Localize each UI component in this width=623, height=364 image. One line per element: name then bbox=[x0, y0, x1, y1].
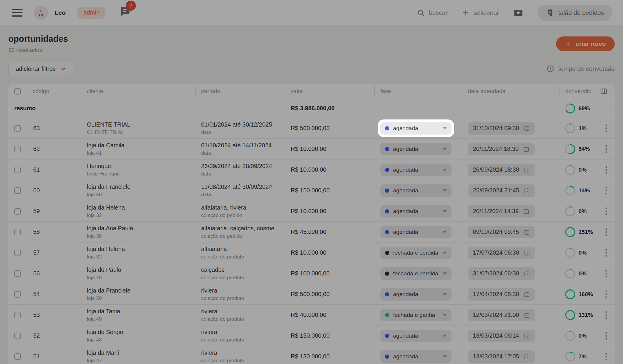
fase-dropdown[interactable]: fechada e perdida bbox=[380, 247, 452, 259]
chat-button[interactable]: 2 bbox=[119, 6, 130, 18]
row-menu-button[interactable] bbox=[604, 310, 608, 320]
conversion-value: 0% bbox=[578, 270, 587, 277]
caret-down-icon bbox=[443, 335, 447, 337]
column-valor[interactable]: valor bbox=[285, 84, 374, 99]
order-pad-button[interactable]: talão de pedidos bbox=[538, 5, 612, 21]
row-codigo: 57 bbox=[27, 249, 81, 256]
add-filters-button[interactable]: adicionar filtros bbox=[8, 62, 73, 76]
row-cliente: loja da Franciele loja 50 bbox=[81, 287, 195, 301]
conversion-ring bbox=[565, 103, 576, 114]
fase-dropdown[interactable]: agendada bbox=[380, 205, 452, 218]
column-fase[interactable]: fase bbox=[374, 84, 462, 99]
scheduled-date-field[interactable]: 20/11/2024 14:39 bbox=[468, 205, 535, 218]
row-menu-button[interactable] bbox=[604, 206, 608, 216]
fase-dropdown[interactable]: fechada e ganha bbox=[380, 309, 452, 321]
create-new-button[interactable]: criar novo bbox=[556, 36, 615, 51]
brand-avatar-top: t. bbox=[40, 9, 42, 13]
scheduled-date-field[interactable]: 26/09/2024 18:30 bbox=[468, 164, 535, 176]
cliente-name: loja do Sergio bbox=[87, 329, 195, 336]
fase-dropdown[interactable]: agendada bbox=[380, 350, 452, 363]
column-conversao[interactable]: conversão bbox=[560, 84, 598, 99]
row-menu-button[interactable] bbox=[604, 186, 608, 196]
conversion-ring bbox=[565, 227, 576, 237]
row-checkbox[interactable] bbox=[14, 353, 21, 360]
row-checkbox[interactable] bbox=[14, 187, 21, 194]
search-icon bbox=[417, 9, 425, 17]
fase-dropdown[interactable]: agendada bbox=[380, 143, 452, 155]
row-menu-button[interactable] bbox=[604, 289, 608, 299]
search-button[interactable]: buscar bbox=[417, 9, 448, 17]
conversion-time-info[interactable]: tempo de conversão bbox=[546, 65, 615, 73]
conversion-value: 54% bbox=[578, 146, 590, 152]
row-checkbox[interactable] bbox=[14, 270, 21, 277]
row-checkbox[interactable] bbox=[14, 146, 21, 152]
fase-dropdown[interactable]: fechada e perdida bbox=[380, 267, 452, 280]
row-cliente: Henrique teste Henrique bbox=[81, 163, 195, 177]
fase-dropdown[interactable]: agendada bbox=[380, 330, 452, 342]
fase-dropdown[interactable]: agendada bbox=[380, 226, 452, 238]
scheduled-date-text: 17/04/2024 06:30 bbox=[473, 291, 519, 298]
row-checkbox[interactable] bbox=[14, 250, 21, 256]
fase-dropdown[interactable]: agendada bbox=[380, 184, 452, 197]
fase-dropdown[interactable]: agendada bbox=[380, 164, 452, 176]
scheduled-date-field[interactable]: 25/09/2024 21:45 bbox=[468, 184, 535, 197]
row-checkbox[interactable] bbox=[14, 291, 21, 298]
scheduled-date-field[interactable]: 20/11/2024 18:30 bbox=[468, 143, 535, 155]
row-codigo: 62 bbox=[27, 146, 81, 152]
fase-dropdown[interactable]: agendada bbox=[380, 122, 452, 135]
row-menu-button[interactable] bbox=[604, 331, 608, 341]
row-menu-button[interactable] bbox=[604, 123, 608, 133]
row-cliente: loja do Paulo loja 18 bbox=[81, 266, 195, 281]
fase-dot bbox=[385, 272, 389, 276]
results-count: 62 resultados bbox=[8, 47, 68, 53]
fase-dropdown[interactable]: agendada bbox=[380, 288, 452, 301]
scheduled-date-field[interactable]: 12/03/2024 21:00 bbox=[468, 309, 535, 321]
row-conversao: 160% bbox=[560, 289, 598, 300]
row-checkbox[interactable] bbox=[14, 229, 21, 235]
scheduled-date-field[interactable]: 09/10/2024 09:45 bbox=[468, 226, 535, 238]
add-button[interactable]: adicionar bbox=[462, 9, 499, 17]
row-codigo: 61 bbox=[27, 166, 81, 173]
row-valor: R$ 45.000,00 bbox=[285, 229, 374, 235]
row-checkbox[interactable] bbox=[14, 312, 21, 318]
periodo-sub: coleção do produto bbox=[201, 254, 285, 260]
row-periodo: 19/08/2024 até 30/09/2024 data bbox=[195, 183, 285, 198]
row-checkbox[interactable] bbox=[14, 167, 21, 173]
calendar-icon bbox=[524, 312, 530, 318]
column-data-agendada[interactable]: data agendada bbox=[462, 84, 560, 99]
row-checkbox[interactable] bbox=[14, 333, 21, 339]
scheduled-date-field[interactable]: 31/10/2024 09:30 bbox=[468, 122, 535, 135]
scheduled-date-field[interactable]: 31/07/2024 06:30 bbox=[468, 267, 535, 280]
row-menu-button[interactable] bbox=[604, 144, 608, 154]
column-codigo[interactable]: código bbox=[27, 84, 81, 99]
row-checkbox[interactable] bbox=[14, 208, 21, 215]
select-all-checkbox[interactable] bbox=[14, 88, 21, 95]
conversion-value: 131% bbox=[578, 312, 593, 318]
cliente-sub: teste Henrique bbox=[87, 171, 195, 177]
row-conversao: 7% bbox=[560, 351, 598, 362]
row-menu-button[interactable] bbox=[604, 269, 608, 279]
row-checkbox[interactable] bbox=[14, 125, 21, 132]
scheduled-date-field[interactable]: 17/04/2024 06:30 bbox=[468, 288, 535, 301]
row-menu-button[interactable] bbox=[604, 248, 608, 258]
scheduled-date-field[interactable]: 17/07/2024 06:30 bbox=[468, 247, 535, 259]
scheduled-date-field[interactable]: 13/03/2024 17:05 bbox=[468, 350, 535, 363]
conversion-value: 0% bbox=[578, 167, 587, 173]
row-menu-button[interactable] bbox=[604, 165, 608, 175]
row-menu-button[interactable] bbox=[604, 227, 608, 237]
periodo-sub: coleção do produto bbox=[201, 275, 285, 281]
cliente-sub: loja 49 bbox=[87, 316, 195, 322]
row-menu-button[interactable] bbox=[604, 352, 608, 362]
menu-icon[interactable] bbox=[12, 9, 23, 17]
row-conversao: 0% bbox=[560, 331, 598, 341]
column-periodo[interactable]: período bbox=[195, 84, 285, 99]
fase-label: agendada bbox=[393, 208, 439, 215]
brand-avatar[interactable]: t. co bbox=[34, 6, 48, 20]
columns-icon[interactable] bbox=[600, 87, 608, 95]
cliente-sub: loja 47 bbox=[87, 358, 195, 364]
periodo-value: alfaiataria, calçados, cosme... bbox=[201, 225, 285, 232]
favorites-button[interactable] bbox=[513, 8, 523, 18]
column-cliente[interactable]: cliente bbox=[81, 84, 195, 99]
scheduled-date-field[interactable]: 13/03/2024 06:14 bbox=[468, 330, 535, 342]
table-row: 60 loja da Franciele loja 50 19/08/2024 … bbox=[8, 180, 615, 201]
